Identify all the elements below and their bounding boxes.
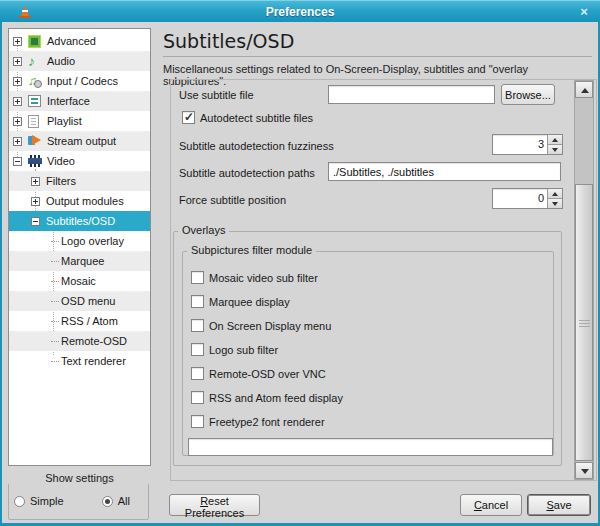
spin-up-icon[interactable] [548,135,562,145]
preferences-window: Preferences × AdvancedAudioInput / Codec… [0,0,600,526]
sidebar-item-label: Subtitles/OSD [46,215,115,227]
sidebar-item-label: Output modules [46,195,124,207]
sidebar-item-label: Mosaic [61,275,96,287]
checkbox-label: Logo sub filter [209,344,278,356]
show-settings-option-all[interactable]: All [102,495,130,507]
scroll-up-icon[interactable] [575,81,593,98]
checkbox-label: Freetype2 font renderer [209,416,325,428]
sidebar-item-marquee[interactable]: Marquee [9,251,150,271]
force-position-label: Force subtitle position [179,194,286,206]
use-subtitle-file-input[interactable] [328,85,495,104]
video-icon [28,155,42,167]
rss-and-atom-feed-display-checkbox[interactable] [191,391,204,404]
spin-down-icon[interactable] [548,145,562,154]
radio-label: Simple [30,495,64,507]
sidebar-item-label: Stream output [47,135,116,147]
autodetect-subtitle-files-checkbox[interactable] [182,111,195,124]
tree-branch-line [51,281,59,282]
radio-button-icon[interactable] [102,496,113,507]
scrollbar-grip [579,320,590,327]
tree-branch-line [51,301,59,302]
tree-expander-icon[interactable] [13,137,22,146]
advanced-icon [28,35,41,48]
sidebar-item-playlist[interactable]: Playlist [9,111,150,131]
on-screen-display-menu-checkbox[interactable] [191,319,204,332]
sidebar-item-label: RSS / Atom [61,315,118,327]
tree-branch-line [51,261,59,262]
vertical-scrollbar[interactable] [574,80,594,480]
checkbox-label: Remote-OSD over VNC [209,368,326,380]
sidebar-item-label: Input / Codecs [47,75,118,87]
sidebar-item-label: Logo overlay [61,235,124,247]
sidebar-item-stream-output[interactable]: Stream output [9,131,150,151]
settings-tree: AdvancedAudioInput / CodecsInterfacePlay… [8,28,151,466]
save-button[interactable]: Save [527,494,591,516]
scrollbar-thumb[interactable] [575,184,593,461]
input-codecs-icon [28,74,42,88]
paths-label: Subtitle autodetection paths [179,167,315,179]
remote-osd-over-vnc-checkbox[interactable] [191,367,204,380]
sidebar-item-label: OSD menu [61,295,115,307]
show-settings-option-simple[interactable]: Simple [14,495,64,507]
subpictures-group-label: Subpictures filter module [187,244,316,256]
sidebar-item-output-modules[interactable]: Output modules [9,191,150,211]
sidebar-item-interface[interactable]: Interface [9,91,150,111]
tree-expander-icon[interactable] [13,37,22,46]
cancel-button[interactable]: Cancel [460,494,522,516]
tree-branch-line [51,241,59,242]
force-position-spinbox[interactable]: 0 [492,188,563,209]
title-bar[interactable]: Preferences × [0,0,600,22]
logo-sub-filter-checkbox[interactable] [191,343,204,356]
sidebar-item-logo-overlay[interactable]: Logo overlay [9,231,150,251]
sidebar-item-label: Playlist [47,115,82,127]
tree-branch-line [51,341,59,342]
radio-button-icon[interactable] [14,496,25,507]
paths-input[interactable] [328,162,561,181]
tree-expander-icon[interactable] [31,197,40,206]
sidebar-item-input-codecs[interactable]: Input / Codecs [9,71,150,91]
sidebar-item-advanced[interactable]: Advanced [9,31,150,51]
sidebar-item-text-renderer[interactable]: Text renderer [9,351,150,371]
tree-expander-icon[interactable] [13,157,22,166]
autodetect-subtitle-files-label: Autodetect subtitle files [200,112,313,124]
sidebar-item-filters[interactable]: Filters [9,171,150,191]
fuzziness-spinbox[interactable]: 3 [492,134,563,155]
tree-expander-icon[interactable] [31,217,40,226]
sidebar-item-label: Interface [47,95,90,107]
dialog-body: AdvancedAudioInput / CodecsInterfacePlay… [2,22,598,523]
spin-down-icon[interactable] [548,199,562,208]
sidebar-item-mosaic[interactable]: Mosaic [9,271,150,291]
show-settings-options: SimpleAll [14,495,144,507]
overlays-group-label: Overlays [178,224,229,236]
freetype2-font-renderer-checkbox[interactable] [191,415,204,428]
marquee-display-checkbox[interactable] [191,295,204,308]
sidebar-item-audio[interactable]: Audio [9,51,150,71]
sidebar-item-rss-atom[interactable]: RSS / Atom [9,311,150,331]
sidebar-item-subtitles-osd[interactable]: Subtitles/OSD [9,211,150,231]
interface-icon [28,95,41,107]
tree-expander-icon[interactable] [13,97,22,106]
tree-branch-line [51,321,59,322]
show-settings-label: Show settings [2,472,157,484]
sidebar-item-video[interactable]: Video [9,151,150,171]
checkbox-label: Marquee display [209,296,290,308]
checkbox-label: RSS and Atom feed display [209,392,343,404]
browse-button[interactable]: Browse... [501,84,555,105]
sidebar-item-remote-osd[interactable]: Remote-OSD [9,331,150,351]
close-icon[interactable]: × [576,4,592,20]
page-title: Subtitles/OSD [163,30,294,52]
playlist-icon [28,115,39,128]
scroll-down-icon[interactable] [575,462,593,479]
spin-up-icon[interactable] [548,189,562,199]
sidebar-item-label: Filters [46,175,76,187]
reset-preferences-button[interactable]: Reset Preferences [169,494,260,516]
tree-expander-icon[interactable] [13,57,22,66]
sidebar-item-label: Video [47,155,75,167]
mosaic-video-sub-filter-checkbox[interactable] [191,271,204,284]
tree-expander-icon[interactable] [31,177,40,186]
subpictures-module-input[interactable] [188,438,553,456]
tree-expander-icon[interactable] [13,77,22,86]
tree-expander-icon[interactable] [13,117,22,126]
sidebar-item-osd-menu[interactable]: OSD menu [9,291,150,311]
checkbox-label: Mosaic video sub filter [209,272,318,284]
